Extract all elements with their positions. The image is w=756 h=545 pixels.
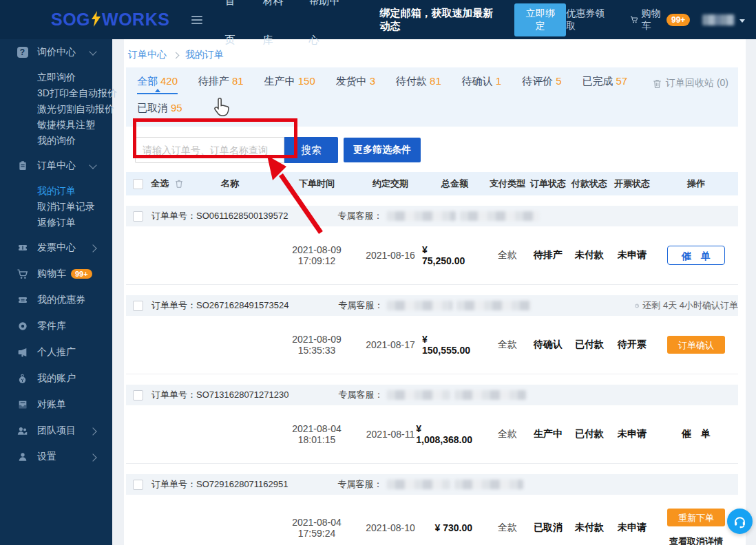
sidebar-item-label: 订单中心 [37,160,76,172]
order-time: 2021-08-09 15:35:33 [275,334,359,356]
sidebar-item-label: 我的账户 [37,372,76,385]
order-number: SO7291628071162951 [196,479,288,489]
urge-order-button[interactable]: 催 单 [667,246,725,265]
order-no-label: 订单单号： [151,479,196,489]
coupon-claim-link[interactable]: 优惠券领取 [566,8,606,32]
nav-help-center[interactable]: 帮助中心 [298,0,353,59]
tab-in-production[interactable]: 生产中150 [264,75,315,94]
sidebar: ? 询价中心 立即询价 3D打印全自动报价 激光切割自动报价 敏捷模具注塑 我的… [0,39,112,545]
order-number: SO0611628500139572 [196,211,288,221]
nav-home[interactable]: 首页 [213,0,251,59]
chevron-down-icon [89,47,96,55]
username-blurred[interactable] [702,14,735,25]
tab-pending-confirmation[interactable]: 待确认1 [462,75,501,94]
col-due-date: 约定交期 [372,178,408,190]
more-filters-button[interactable]: 更多筛选条件 [344,138,421,162]
order-block: 订单单号：SO0611628500139572 专属客服： 2021-08-09… [126,206,738,285]
statement-tray-icon [17,399,28,411]
col-pay-type: 支付类型 [490,178,525,190]
order-group-header: 订单单号：SO0611628500139572 专属客服： [126,206,738,226]
trash-icon [652,78,662,89]
sidebar-item-my-coupons[interactable]: 我的优惠券 [0,287,112,313]
table-header: 全选 名称 下单时间 约定交期 总金额 支付类型 订单状态 付款状态 开票状态 … [126,172,738,195]
recycle-bin-label: 订单回收站 (0) [666,77,728,89]
order-recycle-bin-button[interactable]: 订单回收站 (0) [652,77,728,89]
order-amount: ¥ 1,008,368.00 [416,423,487,445]
sidebar-item-repair-orders[interactable]: 返修订单 [0,215,112,231]
sidebar-subitem-label: 3D打印全自动报价 [37,87,117,100]
sidebar-item-parts-library[interactable]: 零件库 [0,313,112,339]
inquiry-icon: ? [17,47,28,58]
search-input[interactable] [135,137,284,163]
row-checkbox[interactable] [133,211,143,222]
invoice-status: 未申请 [618,428,647,440]
order-status: 待确认 [534,339,563,351]
tab-completed[interactable]: 已完成57 [582,75,627,94]
tab-cancelled[interactable]: 已取消95 [137,102,182,120]
view-cancel-details-link[interactable]: 查看取消详情 [669,535,723,545]
sidebar-item-label: 询价中心 [37,46,76,58]
sidebar-item-team-projects[interactable]: 团队项目 [0,418,112,444]
sidebar-item-order-center[interactable]: 订单中心 [0,153,112,179]
table-row[interactable]: 2021-08-09 15:35:33 2021-08-17 ¥ 150,555… [126,316,738,374]
sidebar-item-label: 我的优惠券 [37,294,85,306]
sidebar-item-inquire-now[interactable]: 立即询价 [0,70,112,85]
sidebar-item-my-orders[interactable]: 我的订单 [0,183,112,199]
sogaworks-logo[interactable]: SOG WORKS [51,10,169,30]
order-block: 订单单号：SO7291628071162951 专属客服： 2021-08-04… [126,474,738,545]
row-checkbox[interactable] [133,301,143,311]
confirm-order-button[interactable]: 订单确认 [667,336,725,354]
service-agent-blurred [460,211,539,221]
sidebar-item-cancelled-orders[interactable]: 取消订单记录 [0,199,112,215]
header-cart-button[interactable]: 购物车 99+ [630,8,691,32]
reorder-button[interactable]: 重新下单 [667,509,725,526]
sidebar-item-cart[interactable]: 购物车 99+ [0,261,112,287]
header-nav: 首页 材料库 帮助中心 [213,0,352,59]
row-checkbox[interactable] [133,480,143,490]
tab-pending-scheduling[interactable]: 待排产81 [198,75,244,94]
table-row[interactable]: 2021-08-04 17:59:24 2021-08-10 ¥ 730.00 … [126,495,738,545]
sidebar-item-laser-cut-quote[interactable]: 激光切割自动报价 [0,101,112,117]
due-date: 2021-08-17 [366,339,415,350]
cart-label: 购物车 [641,8,662,32]
sidebar-item-label: 购物车 [37,268,66,280]
tab-pending-review[interactable]: 待评价5 [522,75,561,94]
sidebar-item-label: 对账单 [37,398,66,411]
sidebar-item-3d-print-quote[interactable]: 3D打印全自动报价 [0,85,112,101]
megaphone-icon [17,347,28,359]
nav-materials[interactable]: 材料库 [252,0,298,59]
customer-service-button[interactable] [727,509,753,534]
select-all-checkbox[interactable] [133,179,143,189]
sidebar-item-personal-promotion[interactable]: 个人推广 [0,339,112,365]
sidebar-item-my-inquiries[interactable]: 我的询价 [0,133,112,149]
table-row[interactable]: 2021-08-09 17:09:12 2021-08-16 ¥ 75,250.… [126,226,738,284]
order-time: 2021-08-04 17:59:24 [275,517,359,539]
tab-all[interactable]: 全部420 [137,75,178,94]
sidebar-item-my-account[interactable]: 我的账户 [0,365,112,392]
col-name: 名称 [221,178,239,190]
cart-count-badge: 99+ [71,269,92,279]
pay-status: 已付款 [575,428,604,440]
user-dropdown-caret-icon[interactable] [739,19,745,23]
breadcrumb-order-center[interactable]: 订单中心 [128,49,167,61]
table-row[interactable]: 2021-08-04 18:01:15 2021-08-11 ¥ 1,008,3… [126,405,738,463]
trash-icon[interactable] [174,179,184,189]
sidebar-subitem-label: 激光切割自动报价 [37,103,114,116]
tab-pending-payment[interactable]: 待付款81 [396,75,441,94]
urge-order-text[interactable]: 催 单 [682,428,711,439]
chevron-right-icon [89,427,96,435]
lightning-bolt-icon [91,11,101,27]
bind-now-button[interactable]: 立即绑定 [514,3,566,36]
sidebar-item-invoice-center[interactable]: 发票中心 [0,235,112,261]
row-checkbox[interactable] [133,390,143,400]
sidebar-item-inquiry-center[interactable]: ? 询价中心 [0,39,112,65]
sidebar-item-statements[interactable]: 对账单 [0,392,112,418]
chevron-right-icon [89,244,96,252]
sidebar-item-settings[interactable]: 设置 [0,444,112,470]
search-button[interactable]: 搜索 [284,137,338,163]
tab-shipping[interactable]: 发货中3 [336,75,375,94]
sidebar-item-rapid-mold[interactable]: 敏捷模具注塑 [0,117,112,133]
pay-type: 全款 [498,428,517,440]
col-amount: 总金额 [441,178,468,190]
hamburger-menu-icon[interactable] [191,16,202,24]
